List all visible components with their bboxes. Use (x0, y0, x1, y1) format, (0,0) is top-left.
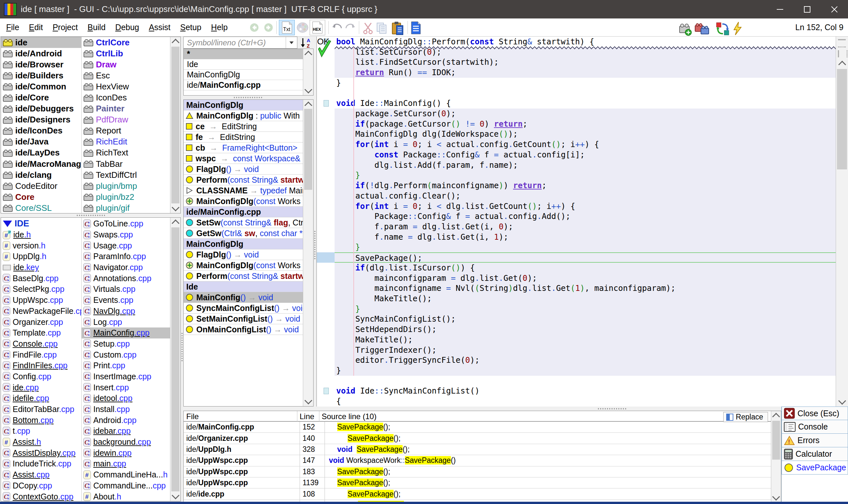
package-item-ide/IconDes[interactable]: ide/IconDes (1, 125, 81, 137)
file-item-Organizer.cpp[interactable]: C++Organizer.cpp (1, 317, 81, 327)
file-item-main.cpp[interactable]: C++main.cpp (82, 458, 170, 469)
menu-setup[interactable]: Setup (175, 18, 206, 36)
sort-az-button[interactable]: AZ (299, 38, 313, 48)
code-line[interactable]: TriggerIndexer(); (335, 345, 836, 355)
code-line[interactable] (335, 88, 836, 98)
file-item-ide.key[interactable]: ide.key (1, 262, 81, 273)
file-item-Config.cpp[interactable]: C++Config.cpp (1, 371, 81, 382)
assist-item[interactable]: MainConfigDlg : public With (184, 110, 303, 121)
assist-item[interactable]: OnMainConfigList() → void (184, 324, 303, 335)
hex-mode-button[interactable]: HEX (310, 20, 325, 35)
code-line[interactable]: MakeTitle(); (335, 335, 836, 345)
table-row[interactable]: ide/UppWspc.cpp183 SavePackage(); (184, 466, 771, 478)
maximize-button[interactable] (794, 0, 821, 18)
file-item-Virtuals.cpp[interactable]: C++Virtuals.cpp (82, 284, 170, 295)
code-line[interactable]: mainconfigname = Nvl((String)dlg.list.Ge… (335, 283, 836, 293)
package-item-RichEdit[interactable]: RichEdit (82, 137, 170, 147)
package-item-Painter[interactable]: Painter (82, 103, 170, 114)
file-item-MainConfig.cpp[interactable]: C++MainConfig.cpp (82, 327, 170, 339)
symbol-scope-item[interactable]: Ide (184, 59, 303, 70)
code-line[interactable]: list.FindSetCursor(startwith); (335, 57, 836, 67)
package-item-Report[interactable]: Report (82, 125, 170, 137)
file-item-Template.cpp[interactable]: C++Template.cpp (1, 327, 81, 339)
table-row[interactable]: ide/ide.cpp108 SavePackage(); (184, 488, 771, 500)
file-item-Insert.cpp[interactable]: C++Insert.cpp (82, 382, 170, 393)
close-button[interactable] (821, 0, 848, 18)
package-item-TextDiffCtrl[interactable]: TextDiffCtrl (82, 169, 170, 180)
file-scrollbar[interactable] (170, 218, 180, 501)
package-item-Draw[interactable]: Draw (82, 59, 170, 70)
assist-item[interactable]: SyncMainConfigList() → void (184, 303, 303, 313)
text-mode-button[interactable]: Txt (279, 20, 295, 35)
split-horizontal-icon[interactable] (838, 39, 846, 47)
file-item-NavDlg.cpp[interactable]: C++NavDlg.cpp (82, 306, 170, 317)
menu-build[interactable]: Build (83, 18, 110, 36)
file-item-Android.cpp[interactable]: C++Android.cpp (82, 415, 170, 426)
file-item-ParamInfo.cpp[interactable]: C++ParamInfo.cpp (82, 251, 170, 262)
package-item-ide/clang[interactable]: ide/clang (1, 169, 81, 180)
code-line[interactable]: SyncMainConfigList(); (335, 314, 836, 324)
assist-item[interactable]: FlagDlg() → void (184, 249, 303, 260)
side-tab-savepackage[interactable]: SavePackage (781, 461, 848, 474)
file-item-background.cpp[interactable]: C++background.cpp (82, 437, 170, 448)
table-row[interactable]: ide/UppWspc.cpp147 void WorkspaceWork::S… (184, 455, 771, 466)
code-editor[interactable]: bool MainConfigDlg::Perform(const String… (317, 37, 836, 407)
code-line[interactable]: f.name = dlg.list.Get(i, 1); (335, 232, 836, 242)
assist-item[interactable]: ce → EditString (184, 121, 303, 132)
assist-item[interactable]: cb → FrameRight<Button> (184, 143, 303, 153)
code-line[interactable]: if(package.GetCursor() != 0) return; (335, 119, 836, 129)
file-group-header[interactable]: IDE (1, 218, 81, 229)
file-item-DCopy.cpp[interactable]: C++DCopy.cpp (1, 480, 81, 491)
table-row[interactable]: ide/UppDlg.h328 void SavePackage(); (184, 444, 771, 455)
code-line[interactable]: return Run() == IDOK; (335, 67, 836, 78)
package-item-ide/MacroManager[interactable]: ide/MacroManager (1, 158, 81, 169)
editor-code[interactable]: bool MainConfigDlg::Perform(const String… (335, 37, 836, 407)
assist-item[interactable]: FlagDlg() → void (184, 164, 303, 175)
lightning-icon[interactable] (732, 21, 743, 36)
code-line[interactable]: } (335, 365, 836, 376)
package-item-Core[interactable]: Core (1, 192, 81, 202)
code-line[interactable]: bool MainConfigDlg::Perform(const String… (335, 37, 836, 47)
editor-scrollbar[interactable] (836, 37, 848, 407)
sync-refresh-icon[interactable] (715, 22, 730, 36)
menu-help[interactable]: Help (206, 18, 233, 36)
code-line[interactable]: mainconfigparam = dlg.list.Get(0); (335, 273, 836, 284)
file-item-SelectPkg.cpp[interactable]: C++SelectPkg.cpp (1, 284, 81, 295)
package-item-CtrlLib[interactable]: CtrlLib (82, 48, 170, 59)
file-item-Swaps.cpp[interactable]: C++Swaps.cpp (82, 229, 170, 240)
package-item-ide[interactable]: ide (1, 37, 81, 48)
menu-debug[interactable]: Debug (110, 18, 144, 36)
split-vertical-icon[interactable] (838, 50, 847, 57)
code-line[interactable]: for(int i = 0; i < dlg.list.GetCount(); … (335, 201, 836, 212)
h-splitter-packages-files[interactable] (1, 214, 181, 217)
designer-mode-icon[interactable] (296, 22, 309, 33)
file-document-icon[interactable] (411, 21, 422, 35)
v-splitter-assist-editor[interactable] (313, 37, 317, 407)
code-line[interactable]: SavePackage(); (335, 252, 836, 263)
file-item-ide.h[interactable]: #Pide.h (1, 229, 81, 240)
code-line[interactable]: } (335, 304, 836, 314)
col-source[interactable]: Source line (10) (322, 411, 376, 422)
file-item-Navigator.cpp[interactable]: C++Navigator.cpp (82, 262, 170, 273)
assist-item[interactable]: GetSw(Ctrl& sw, const char *f (184, 228, 303, 239)
menu-file[interactable]: File (1, 18, 24, 36)
file-item-About.h[interactable]: #About.h (82, 491, 170, 501)
code-line[interactable]: } (335, 78, 836, 88)
file-item-Print.cpp[interactable]: C++Print.cpp (82, 360, 170, 371)
package-item-ide/Designers[interactable]: ide/Designers (1, 114, 81, 125)
code-line[interactable]: Package::Config& f = actual.config.Add()… (335, 211, 836, 221)
file-item-UppWspc.cpp[interactable]: C++UppWspc.cpp (1, 295, 81, 306)
package-item-plugin/gif[interactable]: plugin/gif (82, 202, 170, 214)
code-line[interactable]: for(int i = 0; i < actual.config.GetCoun… (335, 139, 836, 150)
package-item-TabBar[interactable]: TabBar (82, 158, 170, 169)
table-row[interactable]: ide/MainConfig.cpp152 SavePackage(); (184, 422, 771, 433)
menu-edit[interactable]: Edit (24, 18, 48, 36)
package-item-ide/Java[interactable]: ide/Java (1, 137, 81, 147)
assist-item[interactable]: MainConfigDlg(const Works (184, 196, 303, 206)
file-item-BaseDlg.cpp[interactable]: C++BaseDlg.cpp (1, 273, 81, 284)
file-item-ContextGoto.cpp[interactable]: C++ContextGoto.cpp (1, 491, 81, 501)
assist-item[interactable]: Perform(const String& startw (184, 271, 303, 282)
file-item-InsertImage.cpp[interactable]: C++InsertImage.cpp (82, 371, 170, 382)
menu-assist[interactable]: Assist (144, 18, 176, 36)
menu-project[interactable]: Project (48, 18, 83, 36)
